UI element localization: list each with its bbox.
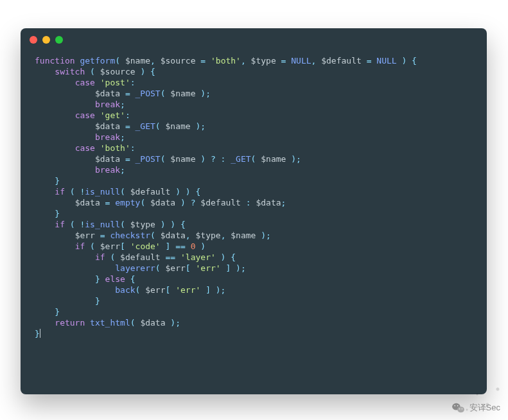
code-token: $source — [100, 67, 136, 76]
code-token — [35, 176, 55, 186]
watermark-text: 安译Sec — [469, 402, 500, 414]
code-token: $default — [120, 252, 161, 262]
code-token: is_null — [85, 187, 120, 197]
code-token: break — [95, 100, 120, 109]
code-token: : — [130, 143, 136, 153]
code-token: = — [95, 231, 110, 240]
code-token — [95, 110, 100, 120]
code-token: checkstr — [110, 231, 150, 240]
code-token: ( — [140, 198, 150, 207]
wechat-icon — [451, 402, 466, 414]
code-line: back( $err[ 'err' ] ); — [35, 284, 473, 295]
text-cursor — [40, 329, 40, 338]
code-token: 'get' — [100, 110, 125, 120]
code-line: case 'get': — [35, 110, 473, 121]
code-line: case 'both': — [35, 143, 473, 153]
code-token: ( — [161, 154, 171, 164]
code-token: ); — [286, 154, 301, 164]
code-token: [ — [120, 241, 130, 251]
code-token: ( — [115, 56, 125, 66]
code-token: $source — [161, 56, 196, 66]
code-token: $type — [251, 56, 276, 66]
code-token: $name — [170, 154, 195, 164]
code-token — [35, 165, 95, 175]
svg-point-2 — [454, 405, 455, 407]
code-token: ) { — [136, 67, 155, 76]
code-token — [35, 121, 95, 131]
code-token — [35, 143, 75, 153]
code-token: $default — [130, 187, 171, 197]
code-line: if ( $err[ 'code' ] == 0 ) — [35, 241, 473, 252]
close-icon[interactable] — [30, 36, 37, 44]
code-line: break; — [35, 164, 473, 175]
code-token: case — [75, 78, 95, 87]
code-token: = — [196, 56, 211, 66]
code-token: ) ? — [175, 198, 200, 207]
code-token: empty — [115, 198, 140, 207]
code-token: ( — [251, 154, 261, 164]
code-token: $err — [75, 231, 95, 240]
code-token: $data — [95, 121, 120, 131]
code-token — [35, 132, 95, 142]
code-token — [35, 110, 75, 120]
code-token: if — [95, 252, 105, 262]
code-token: ; — [120, 100, 125, 109]
code-token: NULL — [291, 56, 311, 66]
code-token: ] == — [161, 241, 191, 251]
code-token: $name — [231, 231, 256, 240]
code-token: , — [186, 231, 196, 240]
minimize-icon[interactable] — [42, 36, 50, 44]
code-token: } — [55, 209, 60, 218]
code-line: $err = checkstr( $data, $type, $name ); — [35, 230, 473, 241]
code-line: function getform( $name, $source = 'both… — [35, 55, 473, 66]
code-token: , — [241, 56, 251, 66]
code-token: function — [35, 56, 75, 66]
code-token: is_null — [85, 220, 120, 229]
code-token: ( — [150, 231, 161, 240]
code-token: $data — [161, 231, 186, 240]
code-token: _POST — [136, 89, 161, 98]
code-token: $type — [196, 231, 221, 240]
code-token: } — [55, 176, 60, 186]
code-token — [35, 67, 55, 76]
code-token — [35, 100, 95, 109]
code-token: ( — [65, 220, 80, 229]
code-token: $data — [75, 198, 100, 207]
code-token: $name — [261, 154, 286, 164]
code-line: } — [35, 208, 473, 219]
code-token: case — [75, 143, 95, 153]
code-token: $data — [140, 318, 165, 328]
code-token — [35, 198, 75, 207]
code-token: ] ); — [200, 285, 225, 295]
code-line: if ( $default == 'layer' ) { — [35, 252, 473, 263]
code-line: } — [35, 175, 473, 186]
code-line: $data = _POST( $name ); — [35, 88, 473, 99]
code-token: ; — [120, 165, 125, 175]
code-token — [35, 307, 55, 317]
code-line: } — [35, 306, 473, 317]
svg-point-4 — [459, 408, 460, 409]
code-token: ) { — [397, 56, 417, 66]
window-titlebar — [21, 28, 487, 51]
code-token — [35, 231, 75, 240]
code-token: = — [100, 198, 115, 207]
code-token: ( — [130, 318, 141, 328]
zoom-icon[interactable] — [55, 36, 63, 44]
code-token: = — [362, 56, 376, 66]
code-line: $data = _POST( $name ) ? : _GET( $name )… — [35, 153, 473, 164]
code-token: ); — [191, 121, 206, 131]
code-line: if ( !is_null( $type ) ) { — [35, 219, 473, 230]
code-token: $name — [166, 121, 191, 131]
code-line: $data = _GET( $name ); — [35, 121, 473, 132]
code-token: $data — [95, 154, 120, 164]
code-token: $name — [170, 89, 195, 98]
code-token: = — [120, 154, 135, 164]
code-line: switch ( $source ) { — [35, 66, 473, 77]
code-token: = — [120, 121, 135, 131]
watermark: 安译Sec — [451, 402, 500, 414]
code-token — [35, 220, 55, 229]
code-token: 'err' — [175, 285, 200, 295]
code-token: ( — [120, 220, 130, 229]
code-line: if ( !is_null( $default ) ) { — [35, 186, 473, 197]
code-token: 'code' — [130, 241, 161, 251]
